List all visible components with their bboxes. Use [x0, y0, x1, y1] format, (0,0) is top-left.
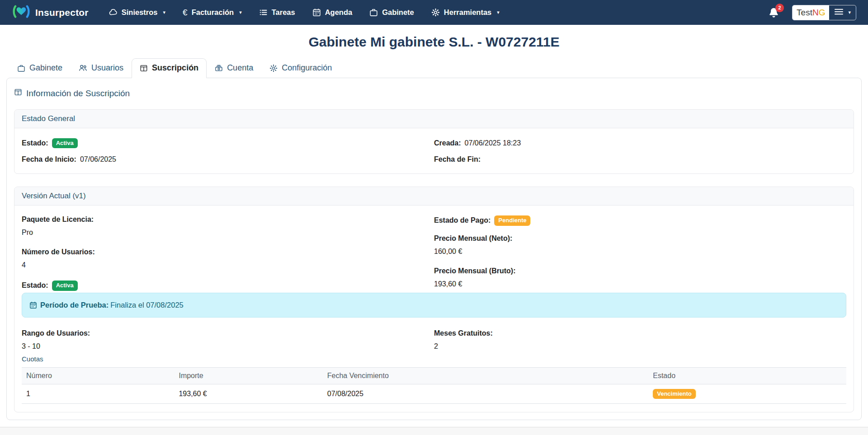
tab-usuarios[interactable]: Usuarios: [71, 58, 132, 78]
tab-configuracion[interactable]: Configuración: [261, 58, 340, 78]
notifications-button[interactable]: 2: [769, 7, 779, 19]
menu-tareas[interactable]: Tareas: [250, 4, 304, 21]
gear-icon: [431, 8, 440, 17]
menu-facturacion[interactable]: € Facturación ▾: [174, 4, 250, 21]
cloud-icon: [109, 8, 118, 17]
column-header-importe: Importe: [174, 367, 322, 384]
menu-label: Siniestros: [122, 8, 158, 17]
tab-cuenta[interactable]: Cuenta: [207, 58, 261, 78]
bell-icon: [769, 12, 779, 19]
precio-neto-value: 160,00 €: [434, 248, 846, 256]
users-icon: [79, 64, 87, 72]
briefcase-icon: [369, 8, 378, 17]
tab-label: Configuración: [282, 63, 332, 73]
top-navbar: Insurpector Siniestros ▾ € Facturación ▾: [0, 0, 868, 25]
app-brand[interactable]: Insurpector: [12, 4, 89, 22]
tab-label: Usuarios: [91, 63, 123, 73]
chevron-down-icon: ▾: [163, 10, 166, 15]
menu-gabinete[interactable]: Gabinete: [361, 4, 423, 21]
status-badge: Activa: [52, 138, 78, 148]
cell-estado: Vencimiento: [648, 384, 846, 403]
creada-field: Creada: 07/06/2025 18:23: [434, 138, 846, 148]
gear-icon: [269, 64, 278, 72]
menu-label: Tareas: [272, 8, 295, 17]
cell-importe: 193,60 €: [174, 384, 322, 403]
cuotas-table: Número Importe Fecha Vencimiento Estado …: [22, 367, 846, 404]
table-header-row: Número Importe Fecha Vencimiento Estado: [22, 367, 846, 384]
menu-label: Agenda: [325, 8, 353, 17]
page-title: Gabinete Mi gabinete S.L. - W0727211E: [0, 34, 868, 50]
tab-label: Gabinete: [29, 63, 62, 73]
menu-label: Gabinete: [382, 8, 414, 17]
trial-value: Finaliza el 07/08/2025: [110, 301, 183, 309]
fecha-fin-field: Fecha de Fin:: [434, 155, 846, 164]
section-title: Información de Suscripción: [14, 88, 854, 98]
paquete-label: Paquete de Licencia:: [22, 215, 434, 224]
status-badge: Activa: [52, 281, 78, 290]
fecha-inicio-field: Fecha de Inicio: 07/06/2025: [22, 155, 434, 164]
version-right-column: Estado de Pago: Pendiente Precio Mensual…: [434, 215, 846, 290]
num-usuarios-value: 4: [22, 261, 434, 269]
account-logo: TestNG: [793, 5, 829, 20]
tab-bar: Gabinete Usuarios Suscripción: [9, 58, 868, 78]
menu-agenda[interactable]: Agenda: [304, 4, 361, 21]
precio-neto-label: Precio Mensual (Neto):: [434, 234, 846, 243]
card-icon: [14, 88, 22, 98]
brand-name: Insurpector: [35, 7, 89, 18]
chevron-down-icon: ▾: [239, 10, 242, 15]
list-icon: [259, 8, 268, 17]
tab-suscripcion[interactable]: Suscripción: [132, 58, 207, 78]
precio-bruto-value: 193,60 €: [434, 280, 846, 288]
navbar-right: 2 TestNG ▾: [769, 5, 856, 20]
tab-label: Suscripción: [152, 63, 198, 73]
meses-gratuitos-field: Meses Gratuitos: 2: [434, 329, 846, 353]
subscription-panel: Información de Suscripción Estado Genera…: [6, 78, 862, 420]
notification-count-badge: 2: [775, 4, 784, 12]
card-title: Versión Actual (v1): [14, 187, 854, 206]
cell-numero: 1: [22, 384, 174, 403]
tab-label: Cuenta: [227, 63, 253, 73]
menu-siniestros[interactable]: Siniestros ▾: [100, 4, 174, 21]
trial-label: Período de Prueba:: [40, 301, 108, 309]
menu-label: Herramientas: [444, 8, 491, 17]
card-icon: [140, 64, 148, 72]
version-left-column: Paquete de Licencia: Pro Número de Usuar…: [22, 215, 434, 290]
account-dropdown[interactable]: TestNG ▾: [792, 5, 856, 20]
tab-gabinete[interactable]: Gabinete: [9, 58, 71, 78]
euro-icon: €: [183, 8, 188, 17]
calendar-icon: [312, 8, 321, 17]
estado-general-card: Estado General Estado: Activa Creada: 07…: [14, 109, 854, 174]
hamburger-icon: [834, 8, 844, 17]
calendar-icon: [29, 301, 37, 309]
estado-field: Estado: Activa: [22, 281, 434, 290]
cell-fecha-vencimiento: 07/08/2025: [323, 384, 648, 403]
num-usuarios-label: Número de Usuarios:: [22, 248, 434, 256]
chevron-down-icon: ▾: [848, 10, 851, 15]
menu-label: Facturación: [192, 8, 234, 17]
rango-usuarios-field: Rango de Usuarios: 3 - 10: [22, 329, 434, 353]
estado-field: Estado: Activa: [22, 138, 434, 148]
cash-stack-icon: [215, 64, 223, 72]
footer-area: [0, 427, 868, 435]
briefcase-icon: [17, 64, 25, 72]
cuotas-title: Cuotas: [22, 355, 846, 363]
menu-herramientas[interactable]: Herramientas ▾: [423, 4, 508, 21]
paquete-value: Pro: [22, 229, 434, 237]
card-title: Estado General: [14, 110, 854, 128]
precio-bruto-label: Precio Mensual (Bruto):: [434, 267, 846, 275]
chevron-down-icon: ▾: [497, 10, 500, 15]
version-actual-card: Versión Actual (v1) Paquete de Licencia:…: [14, 187, 854, 412]
insurpector-logo-icon: [12, 4, 31, 22]
account-logo-text: Test: [797, 8, 812, 18]
table-row: 1 193,60 € 07/08/2025 Vencimiento: [22, 384, 846, 403]
estado-pago-field: Estado de Pago: Pendiente: [434, 215, 846, 225]
column-header-estado: Estado: [648, 367, 846, 384]
column-header-numero: Número: [22, 367, 174, 384]
status-badge: Vencimiento: [653, 389, 696, 399]
trial-period-alert: Período de Prueba: Finaliza el 07/08/202…: [22, 293, 846, 318]
status-badge: Pendiente: [494, 215, 530, 225]
main-menu: Siniestros ▾ € Facturación ▾ Tareas: [100, 4, 769, 21]
column-header-fecha-vencimiento: Fecha Vencimiento: [323, 367, 648, 384]
